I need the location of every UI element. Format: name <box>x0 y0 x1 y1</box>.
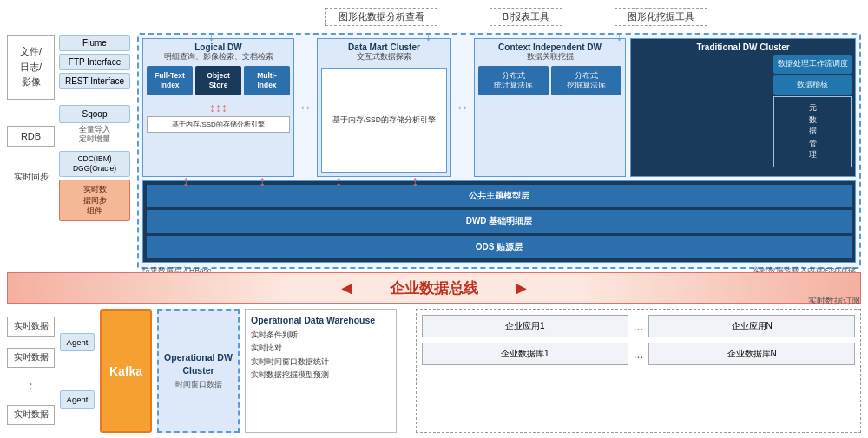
app-row-1-dots: ... <box>634 319 644 333</box>
op-dw-sub: 时间窗口数据 <box>175 379 222 390</box>
layer-arrows: ↕ ↕ ↕ ↕ <box>182 173 418 189</box>
op-dw-item-4: 实时数据挖掘模型预测 <box>251 369 391 382</box>
app-row-2: 企业数据库1 ... 企业数据库N <box>422 343 855 365</box>
arrow-between-logical-mart: ↔ <box>299 38 312 177</box>
logical-dw-title: Logical DW <box>147 42 290 52</box>
storage-analysis-label: 基于内存/SSD的存储分析引擎 <box>147 116 290 133</box>
arrow1: ↕ <box>182 173 189 189</box>
bus-right-arrow: ► <box>513 278 530 298</box>
arrow4: ↕ <box>411 173 418 189</box>
op-dw-items-list: 实时条件判断 实时比对 实时时间窗口数据统计 实时数据挖掘模型预测 <box>251 329 391 382</box>
op-dw-item-3: 实时时间窗口数据统计 <box>251 356 391 369</box>
op-dw-right-title: Operational Data Warehouse <box>251 315 391 325</box>
data-audit-btn: 数据稽核 <box>773 75 852 95</box>
app-row-1: 企业应用1 ... 企业应用N <box>422 315 855 337</box>
bottom-area: 实时数据 实时数据 ： 实时数据 Agent Agent Kafka Opera… <box>7 309 861 433</box>
left-source-col: 文件/日志/影像 RDB 实时同步 <box>7 35 55 183</box>
tool-bi: BI报表工具 <box>490 8 562 26</box>
workflow-btn: 数据处理工作流调度 <box>773 55 852 74</box>
tool-mining: 图形化挖掘工具 <box>615 8 707 26</box>
algo-boxes: 分布式统计算法库 分布式挖掘算法库 <box>478 66 621 95</box>
clusters-row: Logical DW 明细查询、影像检索、文档检索 Full-TextIndex… <box>142 38 856 177</box>
traditional-dw-inner: 数据处理工作流调度 数据稽核 元数据管理 <box>635 55 852 167</box>
enterprise-bus: ◄ 企业数据总线 ► <box>7 272 861 304</box>
logical-dw-subtitle: 明细查询、影像检索、文档检索 <box>147 52 290 62</box>
app-row-2-dots: ... <box>634 347 644 361</box>
traditional-dw-left-space <box>635 55 771 167</box>
meta-management-box: 元数据管理 <box>773 96 852 167</box>
enterprise-db-1: 企业数据库1 <box>422 343 628 365</box>
bus-left-arrow: ◄ <box>338 278 355 298</box>
op-dw-item-2: 实时比对 <box>251 342 391 355</box>
data-mart-title: Data Mart Cluster <box>321 42 447 52</box>
main-page: 图形化数据分析查看 BI报表工具 图形化挖掘工具 文件/日志/影像 RDB 实时… <box>0 0 868 438</box>
rdb-box: RDB <box>7 126 55 147</box>
data-mart-subtitle: 交互式数据探索 <box>321 52 447 62</box>
down-arrow-3: ↓ <box>616 29 622 43</box>
cdc-badge: CDC(IBM)DGG(Oracle) <box>59 151 130 177</box>
enterprise-bus-label: 企业数据总线 <box>390 278 478 298</box>
logical-dw-cluster: Logical DW 明细查询、影像检索、文档检索 Full-TextIndex… <box>142 38 294 177</box>
arrow-between-mart-context: ↔ <box>456 38 470 177</box>
agent-col: Agent Agent <box>60 309 95 433</box>
op-dw-item-1: 实时条件判断 <box>251 329 391 342</box>
sqoop-badge: Sqoop <box>59 105 130 123</box>
connector-col: Flume FTP Interface REST Interface Sqoop… <box>59 35 130 221</box>
top-tools-row: 图形化数据分析查看 BI报表工具 图形化挖掘工具 <box>174 5 859 28</box>
context-dw-subtitle: 数据关联挖掘 <box>478 52 621 62</box>
spacer <box>402 309 411 433</box>
arrow3: ↕ <box>335 173 342 189</box>
context-dw-title: Context Independent DW <box>478 42 621 52</box>
traditional-dw-right-panel: 数据处理工作流调度 数据稽核 元数据管理 <box>773 55 852 167</box>
index-boxes: Full-TextIndex ObjectStore Multi-Index <box>147 66 290 95</box>
tool-analysis: 图形化数据分析查看 <box>326 8 437 26</box>
layers-section: 公共主题模型层 DWD 基础明细层 ODS 贴源层 <box>142 180 856 263</box>
full-text-index-box: Full-TextIndex <box>147 66 193 95</box>
kafka-box: Kafka <box>100 309 152 433</box>
data-mart-storage: 基于内存/SSD的存储分析引擎 <box>321 68 447 173</box>
flume-badge: Flume <box>59 35 130 51</box>
down-arrow-1: ↓ <box>208 29 214 43</box>
traditional-dw-title: Traditional DW Cluster <box>635 42 852 52</box>
batch-label: 全量导入定时增量 <box>59 125 130 144</box>
rest-badge: REST Interface <box>59 73 130 89</box>
data-mart-cluster: Data Mart Cluster 交互式数据探索 基于内存/SSD的存储分析引… <box>317 38 451 177</box>
arrow2: ↕ <box>259 173 266 189</box>
enterprise-db-n: 企业数据库N <box>648 343 855 365</box>
algo-stat-box: 分布式统计算法库 <box>478 66 549 95</box>
rt-source-2: 实时数据 <box>7 348 55 368</box>
object-store-box: ObjectStore <box>195 66 241 95</box>
agent-1-badge: Agent <box>60 333 95 351</box>
main-arch-box: Logical DW 明细查询、影像检索、文档检索 Full-TextIndex… <box>137 33 861 269</box>
agent-2-badge: Agent <box>60 390 95 409</box>
rt-source-dots: ： <box>7 378 55 394</box>
op-dw-description: Operational Data Warehouse 实时条件判断 实时比对 实… <box>245 309 397 433</box>
multi-index-box: Multi-Index <box>244 66 290 95</box>
traditional-dw-cluster: Traditional DW Cluster 数据处理工作流调度 数据稽核 元数… <box>630 38 856 177</box>
enterprise-app-1: 企业应用1 <box>422 315 628 337</box>
rt-subscribe-label: 实时数据订阅 <box>808 296 860 307</box>
up-down-arrows-logical: ↕↕↕ <box>147 101 290 114</box>
rt-source-3: 实时数据 <box>7 405 55 425</box>
enterprise-apps-section: 实时数据订阅 企业应用1 ... 企业应用N 企业数据库1 ... 企业数据库N <box>416 309 861 433</box>
context-dw-cluster: Context Independent DW 数据关联挖掘 分布式统计算法库 分… <box>474 38 626 177</box>
file-log-box: 文件/日志/影像 <box>7 35 55 100</box>
layer-dwd: DWD 基础明细层 <box>147 210 852 232</box>
realtime-sync-badge: 实时数据同步组件 <box>59 180 130 221</box>
down-arrow-2: ↓ <box>425 29 431 43</box>
layer-ods: ODS 贴源层 <box>147 236 852 258</box>
algo-mining-box: 分布式挖掘算法库 <box>551 66 621 95</box>
ftp-badge: FTP Interface <box>59 54 130 70</box>
op-dw-cluster-box: Operational DW Cluster 时间窗口数据 <box>157 309 240 433</box>
realtime-sync-label: 实时同步 <box>7 171 55 183</box>
realtime-sources-col: 实时数据 实时数据 ： 实时数据 <box>7 309 55 433</box>
enterprise-app-n: 企业应用N <box>648 315 855 337</box>
rt-source-1: 实时数据 <box>7 317 55 337</box>
op-dw-title: Operational DW Cluster <box>162 351 234 376</box>
